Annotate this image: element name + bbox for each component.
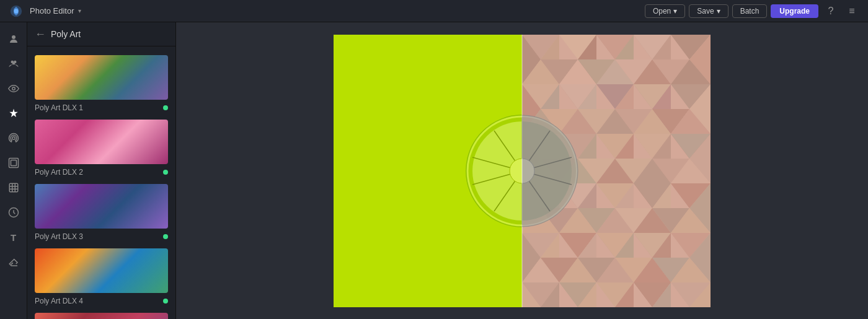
app-title-chevron: ▾ bbox=[78, 7, 81, 14]
topbar: Photo Editor ▾ Open Save Batch Upgrade ?… bbox=[0, 0, 868, 22]
effects-icon[interactable] bbox=[3, 103, 24, 124]
app-logo bbox=[7, 2, 25, 20]
app-title: Photo Editor bbox=[30, 6, 74, 15]
people-icon[interactable] bbox=[3, 53, 24, 74]
menu-button[interactable]: ≡ bbox=[843, 2, 861, 20]
preview-left bbox=[334, 35, 522, 307]
overlays-icon[interactable] bbox=[3, 177, 24, 198]
upgrade-button[interactable]: Upgrade bbox=[771, 4, 818, 18]
filter-thumb-1 bbox=[35, 55, 168, 100]
text-icon[interactable]: T bbox=[3, 227, 24, 248]
filter-label-2: Poly Art DLX 2 bbox=[35, 168, 83, 177]
eye-icon[interactable] bbox=[3, 78, 24, 99]
canvas-area bbox=[176, 22, 868, 319]
filter-label-4: Poly Art DLX 4 bbox=[35, 297, 83, 305]
stickers-icon[interactable] bbox=[3, 202, 24, 223]
filter-item-4[interactable]: Poly Art DLX 4 bbox=[27, 245, 175, 309]
filter-thumb-3 bbox=[35, 184, 168, 229]
batch-button[interactable]: Batch bbox=[732, 4, 768, 18]
filter-item-2[interactable]: Poly Art DLX 2 bbox=[27, 116, 175, 180]
save-chevron bbox=[717, 7, 720, 15]
svg-rect-9 bbox=[9, 183, 18, 192]
svg-point-1 bbox=[14, 9, 18, 13]
filter-item-3[interactable]: Poly Art DLX 3 bbox=[27, 180, 175, 245]
art-icon[interactable] bbox=[3, 128, 24, 149]
profile-icon[interactable] bbox=[3, 28, 24, 50]
open-chevron bbox=[673, 7, 677, 15]
filter-item-5[interactable]: Poly Art DLX 5 bbox=[27, 309, 175, 319]
main-area: T ← Poly Art Poly Art DLX 1Poly Art DLX … bbox=[0, 22, 868, 319]
filter-thumb-4 bbox=[35, 248, 168, 293]
svg-point-5 bbox=[12, 87, 15, 90]
split-divider bbox=[521, 35, 523, 307]
filter-dot-3 bbox=[163, 234, 168, 239]
help-button[interactable]: ? bbox=[822, 2, 839, 20]
open-button[interactable]: Open bbox=[645, 4, 685, 18]
filter-thumb-5 bbox=[35, 313, 168, 319]
filter-thumb-2 bbox=[35, 120, 168, 164]
icon-sidebar: T bbox=[0, 22, 27, 319]
filter-list: Poly Art DLX 1Poly Art DLX 2Poly Art DLX… bbox=[27, 46, 175, 319]
filter-panel: ← Poly Art Poly Art DLX 1Poly Art DLX 2P… bbox=[27, 22, 176, 319]
filter-item-1[interactable]: Poly Art DLX 1 bbox=[27, 51, 175, 116]
save-button[interactable]: Save bbox=[689, 4, 728, 18]
preview-right bbox=[522, 35, 711, 307]
filter-label-1: Poly Art DLX 1 bbox=[35, 103, 83, 112]
filter-dot-4 bbox=[163, 299, 168, 304]
preview-container bbox=[334, 35, 711, 307]
filter-dot-1 bbox=[163, 105, 168, 110]
panel-title: Poly Art bbox=[51, 29, 81, 39]
back-button[interactable]: ← bbox=[35, 28, 46, 40]
filter-panel-header: ← Poly Art bbox=[27, 22, 175, 46]
filter-label-3: Poly Art DLX 3 bbox=[35, 232, 83, 241]
svg-point-6 bbox=[12, 137, 15, 140]
svg-point-2 bbox=[12, 35, 16, 39]
filter-dot-2 bbox=[163, 170, 168, 175]
eraser-icon[interactable] bbox=[3, 251, 24, 273]
svg-rect-8 bbox=[11, 160, 16, 166]
topbar-actions: Open Save Batch Upgrade ? ≡ bbox=[645, 2, 861, 20]
frames-icon[interactable] bbox=[3, 152, 24, 173]
